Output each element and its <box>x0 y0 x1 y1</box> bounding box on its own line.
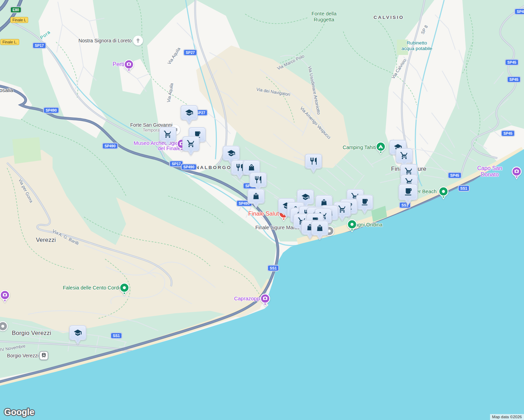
coffee-cup-icon <box>398 183 418 206</box>
poi-marker-dot-gray[interactable] <box>0 321 9 336</box>
place-label[interactable]: Rubinetto acqua potabile <box>401 40 432 51</box>
place-label[interactable]: Perti <box>113 61 124 68</box>
place-label[interactable]: Caprazoppa <box>234 295 263 301</box>
google-logo-text: Google <box>4 407 34 417</box>
poi-marker-camera-purple[interactable] <box>123 59 135 74</box>
route-shield: SP27 <box>184 50 197 56</box>
route-shield: SP490 <box>43 107 59 113</box>
poi-pin-coffee-cup[interactable] <box>398 183 418 207</box>
place-label[interactable]: Verezzi <box>36 237 56 244</box>
camera-purple-icon <box>511 166 523 180</box>
place-label[interactable]: Fonte della Ruggetta <box>311 11 337 22</box>
graduation-cap-icon <box>69 325 87 345</box>
route-shield: SP45 <box>515 9 524 15</box>
poi-marker-church[interactable] <box>132 35 144 50</box>
poi-pin-coffee-cup[interactable] <box>356 194 374 216</box>
place-label[interactable]: Camping Tahiti <box>343 145 376 150</box>
route-shield: SS1 <box>111 333 122 339</box>
poi-pin-shopping-cart[interactable] <box>159 126 177 148</box>
shopping-cart-icon <box>159 126 177 147</box>
dot-gray-icon <box>0 321 9 335</box>
route-shield: SP17 <box>170 161 183 167</box>
route-shield: E80 <box>11 7 21 13</box>
route-shield: SS1 <box>458 186 469 191</box>
map-canvas[interactable]: Google Map data ©2026 CALVISIOFINALBORGO… <box>0 0 524 420</box>
tent-green-icon <box>375 141 387 155</box>
place-label[interactable]: Borgio Verezzi <box>7 353 39 358</box>
poi-marker-dot-green[interactable] <box>437 186 449 201</box>
google-logo[interactable]: Google <box>3 406 45 418</box>
poi-marker-camera-purple[interactable] <box>0 289 11 305</box>
camera-purple-icon <box>0 289 11 303</box>
poi-pin-restaurant[interactable] <box>304 153 323 175</box>
poi-marker-dot-green[interactable] <box>118 282 130 298</box>
place-label[interactable]: CALVISIO <box>374 15 404 20</box>
train-icon <box>39 351 48 360</box>
poi-pin-shopping-bag[interactable] <box>311 220 329 242</box>
restaurant-icon <box>304 153 323 174</box>
route-shield: SP490 <box>102 143 118 149</box>
shopping-cart-icon <box>182 136 200 156</box>
map-attribution: Map data ©2026 <box>490 414 524 420</box>
route-shield: SS1 <box>268 265 279 271</box>
poi-pin-graduation-cap[interactable] <box>180 105 198 126</box>
place-label[interactable]: Borgio Verezzi <box>12 330 51 337</box>
dot-green-icon <box>118 282 130 296</box>
camera-purple-icon <box>259 293 271 307</box>
route-shield: Finale L. <box>0 39 19 45</box>
route-shield: SP45 <box>448 173 461 178</box>
route-shield: Finale L <box>10 17 28 23</box>
shopping-bag-icon <box>311 220 329 240</box>
place-label[interactable]: Capo San Donato <box>473 165 507 178</box>
graduation-cap-icon <box>180 105 198 125</box>
route-shield: SP45 <box>507 77 520 83</box>
route-shield: SP45 <box>505 59 518 65</box>
poi-pin-graduation-cap[interactable] <box>69 325 87 346</box>
place-label[interactable]: Finale Salute <box>248 210 282 217</box>
poi-pin-shopping-bag[interactable] <box>247 188 265 210</box>
camera-purple-icon <box>123 59 135 73</box>
poi-pin-shopping-cart[interactable] <box>182 136 200 158</box>
coffee-cup-icon <box>356 194 374 215</box>
route-shield: SP490 <box>181 164 196 170</box>
place-label[interactable]: Nostra Signora di Loreto <box>78 38 132 43</box>
route-shield: SP45 <box>501 131 515 136</box>
poi-marker-camera-purple[interactable] <box>259 293 271 308</box>
poi-marker-tent-green[interactable] <box>375 141 387 156</box>
route-shield: SP17 <box>33 43 46 49</box>
dot-green-icon <box>437 186 449 200</box>
place-label[interactable]: Falesia delle Cento Corde <box>63 285 122 291</box>
poi-marker-camera-purple[interactable] <box>511 166 523 181</box>
poi-marker-train-station[interactable] <box>39 351 48 362</box>
shopping-bag-icon <box>247 188 265 209</box>
church-icon <box>132 35 144 49</box>
place-label[interactable]: osalia <box>0 87 13 93</box>
